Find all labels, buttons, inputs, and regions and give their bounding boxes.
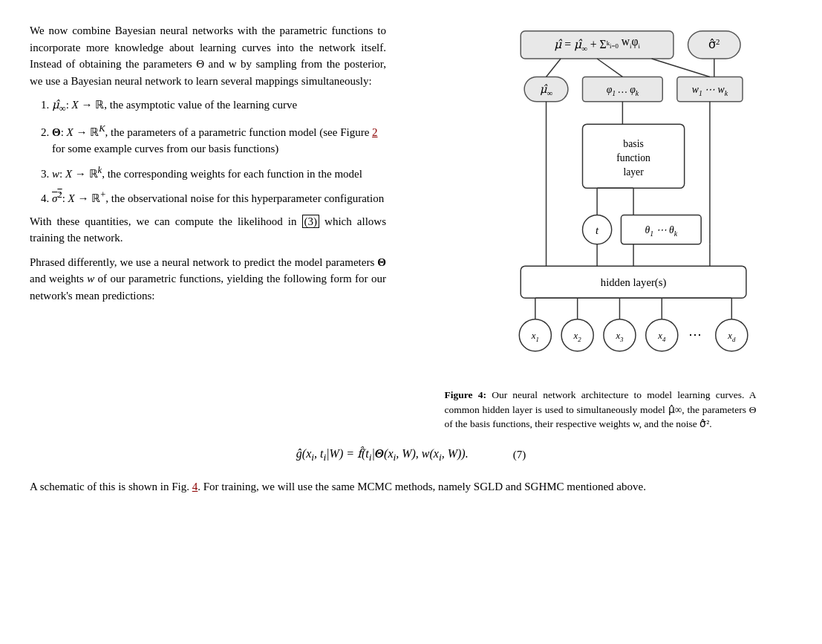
- intro-text: We now combine Bayesian neural networks …: [30, 22, 386, 89]
- formula-number: (7): [513, 449, 526, 461]
- bottom-section: ĝ(xi, ti|W) = f̂(ti|Θ(xi, W), w(xi, W)).…: [30, 446, 792, 495]
- list-item: μ̂∞: X → ℝ, the asymptotic value of the …: [52, 97, 386, 116]
- svg-text:layer: layer: [623, 166, 644, 178]
- diagram-svg: text { font-family: "Times New Roman", s…: [445, 22, 757, 379]
- svg-text:xd: xd: [727, 331, 736, 343]
- svg-line-12: [651, 59, 709, 77]
- enum-list: μ̂∞: X → ℝ, the asymptotic value of the …: [52, 97, 386, 207]
- svg-text:t: t: [596, 224, 599, 236]
- list-item: Θ: X → ℝK, the parameters of a parametri…: [52, 122, 386, 157]
- svg-line-11: [597, 59, 622, 77]
- list-item-label: μ̂∞: X → ℝ, the asymptotic value of the …: [52, 99, 297, 111]
- svg-text:x4: x4: [657, 331, 666, 343]
- svg-text:function: function: [616, 152, 650, 163]
- right-column: text { font-family: "Times New Roman", s…: [408, 22, 792, 432]
- formula-text: ĝ(xi, ti|W) = f̂(ti|Θ(xi, W), w(xi, W)).: [296, 446, 469, 464]
- svg-text:basis: basis: [623, 138, 643, 149]
- svg-text:x1: x1: [530, 331, 538, 343]
- list-item-label: w: X → ℝk, the corresponding weights for…: [52, 168, 362, 180]
- closing-text: A schematic of this is shown in Fig. 4. …: [30, 478, 792, 495]
- after-list-2: Phrased differently, we use a neural net…: [30, 254, 386, 305]
- nn-diagram: text { font-family: "Times New Roman", s…: [445, 22, 757, 382]
- figure-caption: Figure 4: Our neural network architectur…: [445, 388, 757, 432]
- figure-caption-text: Our neural network architecture to model…: [445, 389, 757, 429]
- svg-text:x2: x2: [573, 331, 581, 343]
- list-item: w: X → ℝk, the corresponding weights for…: [52, 163, 386, 183]
- after-list-1: With these quantities, we can compute th…: [30, 213, 386, 247]
- svg-text:x3: x3: [615, 331, 624, 343]
- main-layout: We now combine Bayesian neural networks …: [30, 22, 792, 432]
- svg-text:θ1 ⋯ θk: θ1 ⋯ θk: [645, 224, 677, 238]
- svg-text:⋯: ⋯: [688, 327, 702, 342]
- svg-text:hidden layer(s): hidden layer(s): [600, 276, 666, 289]
- svg-line-10: [546, 59, 561, 77]
- figure-label: Figure 4:: [445, 389, 486, 400]
- list-item-label: Θ: X → ℝK, the parameters of a parametri…: [52, 126, 378, 155]
- formula-block: ĝ(xi, ti|W) = f̂(ti|Θ(xi, W), w(xi, W)).…: [30, 446, 792, 464]
- list-item-label: σ2̂: X → ℝ+, the observational noise for…: [52, 192, 384, 204]
- left-column: We now combine Bayesian neural networks …: [30, 22, 386, 311]
- list-item: σ2̂: X → ℝ+, the observational noise for…: [52, 188, 386, 207]
